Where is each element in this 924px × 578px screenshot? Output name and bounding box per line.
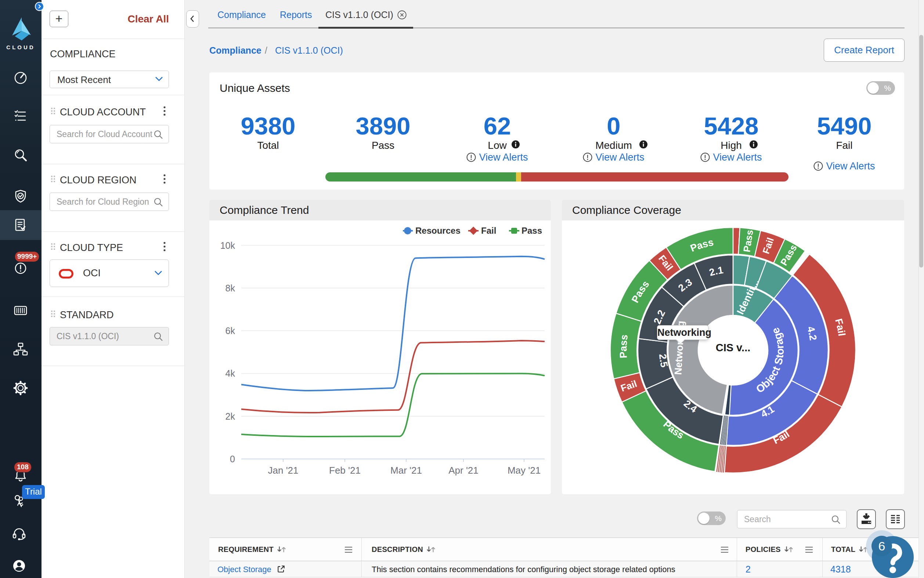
svg-text:Fail: Fail (481, 226, 496, 235)
svg-text:2k: 2k (225, 411, 235, 422)
svg-text:May '21: May '21 (508, 465, 540, 476)
svg-text:6: 6 (879, 539, 885, 553)
svg-text:Mar '21: Mar '21 (390, 465, 422, 476)
svg-text:Jan '21: Jan '21 (268, 465, 298, 476)
svg-text:10k: 10k (220, 240, 235, 251)
svg-text:2.5: 2.5 (657, 354, 670, 369)
svg-text:Resources: Resources (415, 226, 461, 235)
svg-text:8k: 8k (225, 283, 235, 293)
svg-text:6k: 6k (225, 326, 235, 336)
svg-text:CIS v...: CIS v... (716, 342, 751, 354)
svg-text:4k: 4k (225, 368, 235, 378)
svg-text:Apr '21: Apr '21 (448, 465, 479, 476)
svg-text:Feb '21: Feb '21 (329, 465, 361, 476)
svg-text:0: 0 (230, 454, 235, 464)
svg-text:Pass: Pass (618, 334, 630, 359)
svg-text:Pass: Pass (521, 226, 542, 235)
